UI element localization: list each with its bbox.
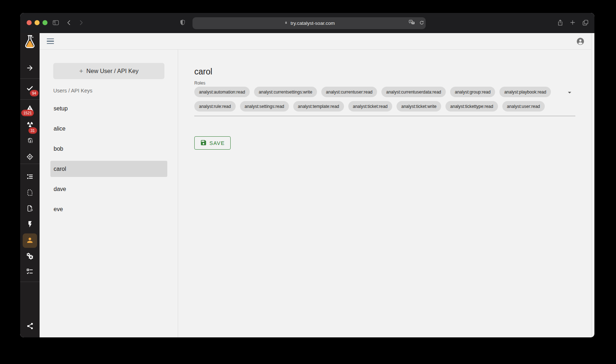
plus-icon (569, 19, 576, 27)
roles-select-field[interactable]: analyst:automation:read analyst:currents… (194, 86, 575, 116)
file-dashed-icon (26, 189, 34, 197)
app-logo[interactable] (20, 33, 40, 51)
chevron-down-icon (566, 92, 574, 97)
role-chip[interactable]: analyst:group:read (450, 87, 495, 97)
nav-item-tasks[interactable]: 94 (20, 81, 40, 96)
role-chip[interactable]: analyst:user:read (502, 101, 545, 112)
save-button-label: SAVE (209, 140, 225, 146)
nav-item-share[interactable] (20, 319, 40, 334)
role-chip[interactable]: analyst:ticket:write (397, 101, 441, 112)
file-gear-icon (26, 205, 34, 213)
new-user-api-key-button[interactable]: + New User / API Key (53, 63, 164, 79)
app-topbar (40, 33, 591, 50)
user-name: setup (54, 105, 68, 112)
new-user-button-label: New User / API Key (86, 68, 139, 74)
plus-icon: + (79, 67, 83, 75)
rail-divider (20, 164, 40, 164)
role-chip[interactable]: analyst:currentuser:read (321, 87, 377, 97)
role-chip[interactable]: analyst:currentsettings:write (254, 87, 317, 97)
user-list-item-carol-selected[interactable]: carol (50, 161, 167, 177)
nav-item-automations[interactable] (20, 218, 40, 232)
nav-item-forward[interactable] (20, 61, 40, 76)
tab-overview-button[interactable] (581, 19, 589, 27)
role-chip[interactable]: analyst:rule:read (194, 101, 236, 112)
role-chip[interactable]: analyst:ticket:read (348, 101, 393, 112)
save-floppy-icon (200, 139, 207, 147)
save-button[interactable]: SAVE (194, 136, 231, 150)
sidebar-toggle-button[interactable] (52, 19, 60, 27)
account-avatar-icon (576, 41, 585, 47)
nav-item-templates[interactable] (20, 186, 40, 200)
rail-divider (20, 282, 40, 282)
role-chip[interactable]: analyst:automation:read (194, 87, 250, 97)
fingerprint-icon (26, 137, 34, 145)
menu-toggle-button[interactable] (47, 38, 54, 44)
user-detail-panel: carol Roles analyst:automation:read anal… (178, 50, 591, 337)
reload-icon (419, 20, 425, 27)
role-chips: analyst:automation:read analyst:currents… (194, 87, 557, 112)
content-right-edge (591, 33, 592, 337)
new-tab-button[interactable] (569, 19, 576, 27)
checklist-icon (26, 268, 34, 277)
address-bar[interactable]: try.catalyst-soar.com A (192, 17, 426, 29)
hamburger-icon (47, 38, 54, 39)
flask-logo-icon (23, 34, 37, 51)
minimize-window-button[interactable] (35, 20, 40, 25)
users-section-label: Users / API Keys (53, 88, 92, 94)
gears-icon (26, 252, 34, 261)
nav-item-settings[interactable] (20, 249, 40, 264)
user-name: eve (54, 206, 63, 213)
users-panel: + New User / API Key Users / API Keys se… (40, 50, 178, 337)
roles-field-label: Roles (194, 81, 205, 86)
crosshair-icon (26, 153, 34, 162)
rail-divider (20, 78, 40, 79)
roles-dropdown-button[interactable] (565, 88, 574, 97)
nav-item-alerts[interactable]: 1521 (20, 101, 40, 116)
url-text: try.catalyst-soar.com (291, 21, 335, 26)
close-window-button[interactable] (27, 20, 32, 25)
nav-item-ticket-types[interactable] (20, 202, 40, 216)
user-list-item-alice[interactable]: alice (50, 120, 167, 137)
nav-item-playbooks[interactable] (20, 170, 40, 184)
svg-text:A: A (410, 21, 411, 23)
back-button[interactable] (65, 19, 73, 27)
nav-item-users[interactable] (20, 233, 40, 248)
screenshot-background: try.catalyst-soar.com A (0, 0, 616, 364)
rail-divider (20, 99, 40, 100)
browser-chrome: try.catalyst-soar.com A (20, 13, 594, 33)
translate-icon: A (408, 19, 415, 27)
tasks-badge: 94 (30, 90, 38, 96)
sidebar-toggle-icon (52, 19, 59, 27)
share-button[interactable] (556, 19, 564, 27)
lightning-icon (26, 220, 34, 229)
role-chip[interactable]: analyst:template:read (293, 101, 344, 112)
page-title: carol (194, 67, 212, 77)
role-chip[interactable]: analyst:currentuserdata:read (381, 87, 446, 97)
zoom-window-button[interactable] (42, 20, 47, 25)
user-list-item-dave[interactable]: dave (50, 181, 167, 197)
share-nodes-icon (26, 322, 34, 331)
role-chip[interactable]: analyst:playbook:read (499, 87, 551, 97)
privacy-shield-button[interactable] (178, 19, 186, 27)
tabs-icon (582, 19, 589, 27)
chevron-right-icon (78, 19, 84, 27)
role-chip[interactable]: analyst:settings:read (240, 101, 289, 112)
translate-button[interactable]: A (408, 19, 416, 27)
nav-item-hunting[interactable] (20, 150, 40, 164)
chevron-left-icon (66, 19, 72, 27)
active-item-highlight (23, 233, 37, 248)
account-menu-button[interactable] (576, 37, 585, 46)
app-sidebar: 94 1521 31 (20, 33, 40, 337)
user-list-item-bob[interactable]: bob (50, 141, 167, 157)
share-export-icon (557, 19, 564, 27)
nav-item-identity[interactable] (20, 134, 40, 148)
nav-item-exposure[interactable]: 31 (20, 118, 40, 132)
user-name: carol (54, 166, 66, 172)
browser-window: try.catalyst-soar.com A (20, 13, 594, 337)
reload-button[interactable] (418, 19, 426, 27)
user-list-item-eve[interactable]: eve (50, 201, 167, 217)
forward-button[interactable] (77, 19, 85, 27)
user-list-item-setup[interactable]: setup (50, 100, 167, 117)
role-chip[interactable]: analyst:tickettype:read (445, 101, 498, 112)
nav-item-jobs[interactable] (20, 265, 40, 279)
